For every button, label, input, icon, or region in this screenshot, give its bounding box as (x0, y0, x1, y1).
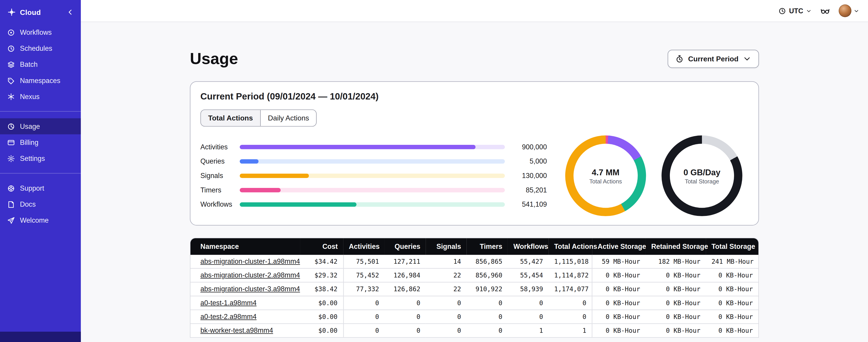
stopwatch-icon (675, 55, 684, 63)
cell-total-actions: 1,174,077 (549, 282, 592, 296)
cell-queries: 0 (384, 324, 426, 338)
bar-track (240, 159, 505, 164)
namespace-link[interactable]: abs-migration-cluster-3.a98mm4 (200, 285, 300, 293)
timezone-selector[interactable]: UTC (778, 7, 811, 15)
sidebar-item-namespaces[interactable]: Namespaces (0, 72, 81, 89)
bar-track (240, 188, 505, 193)
batch-icon (7, 61, 15, 68)
donut-ring: 0 GB/DayTotal Storage (661, 135, 742, 216)
sidebar-item-batch[interactable]: Batch (0, 57, 81, 72)
period-selector-button[interactable]: Current Period (668, 50, 759, 68)
cell-workflows: 58,939 (508, 282, 549, 296)
namespace-link[interactable]: abs-migration-cluster-2.a98mm4 (200, 271, 300, 279)
col-header-total-storage: Total Storage (706, 238, 758, 255)
chevron-down-icon (806, 8, 812, 14)
cell-active-storage: 59 MB-Hour (592, 255, 646, 269)
charts-row: Activities900,000Queries5,000Signals130,… (200, 135, 748, 216)
cell-active-storage: 0 KB-Hour (592, 282, 646, 296)
cell-signals: 22 (426, 282, 467, 296)
sidebar-item-billing[interactable]: Billing (0, 134, 81, 150)
page-title: Usage (190, 50, 238, 68)
sidebar-item-label: Schedules (20, 44, 52, 52)
namespace-usage-table: NamespaceCostActivitiesQueriesSignalsTim… (190, 238, 759, 338)
cell-queries: 0 (384, 310, 426, 323)
table-row: abs-migration-cluster-1.a98mm4$34.4275,5… (190, 255, 758, 269)
namespace-link[interactable]: bk-worker-test.a98mm4 (200, 327, 273, 334)
cell-retained-storage: 0 KB-Hour (646, 296, 706, 310)
app-window: Cloud WorkflowsSchedulesBatchNamespacesN… (0, 0, 868, 342)
cell-total-actions: 1,114,872 (549, 269, 592, 282)
clock-icon (778, 7, 786, 15)
sidebar-item-schedules[interactable]: Schedules (0, 40, 81, 57)
cell-activities: 77,332 (343, 282, 385, 296)
actions-tab-group: Total ActionsDaily Actions (200, 109, 317, 127)
cell-cost: $0.00 (300, 324, 343, 338)
namespace-link[interactable]: a0-test-1.a98mm4 (200, 299, 257, 307)
cell-signals: 22 (426, 269, 467, 282)
support-mode-button[interactable] (820, 6, 830, 15)
support-icon (7, 184, 15, 192)
cell-retained-storage: 0 KB-Hour (646, 324, 706, 338)
sidebar-item-usage[interactable]: Usage (0, 118, 81, 134)
bar-row-activities: Activities900,000 (200, 140, 547, 154)
docs-icon (7, 200, 15, 208)
cell-retained-storage: 0 KB-Hour (646, 310, 706, 323)
nexus-icon (7, 93, 15, 100)
bar-row-timers: Timers85,201 (200, 183, 547, 197)
bar-label: Queries (200, 158, 235, 165)
cell-signals: 0 (426, 324, 467, 338)
usage-bar-chart: Activities900,000Queries5,000Signals130,… (200, 140, 547, 212)
cell-total-storage: 241 MB-Hour (706, 255, 758, 269)
cell-namespace: abs-migration-cluster-1.a98mm4 (190, 255, 300, 269)
avatar (839, 4, 851, 17)
bar-value: 85,201 (510, 186, 547, 194)
cell-active-storage: 0 KB-Hour (592, 310, 646, 323)
cell-signals: 0 (426, 296, 467, 310)
main-content: Usage Current Period Current Period (09/… (81, 22, 868, 342)
usage-table: NamespaceCostActivitiesQueriesSignalsTim… (190, 238, 758, 338)
col-header-cost: Cost (300, 238, 343, 255)
sidebar-item-support[interactable]: Support (0, 180, 81, 196)
sidebar-item-label: Workflows (20, 28, 52, 36)
tab-daily-actions[interactable]: Daily Actions (260, 110, 316, 126)
cell-signals: 0 (426, 310, 467, 323)
chevron-left-icon (66, 8, 74, 16)
sidebar-item-welcome[interactable]: Welcome (0, 212, 81, 228)
cell-total-storage: 0 KB-Hour (706, 296, 758, 310)
bar-track (240, 145, 505, 149)
topbar: UTC (81, 0, 868, 22)
total-actions-donut: 4.7 MMTotal Actions (565, 135, 646, 216)
namespace-link[interactable]: abs-migration-cluster-1.a98mm4 (200, 258, 300, 265)
cell-cost: $34.42 (300, 255, 343, 269)
col-header-workflows: Workflows (508, 238, 549, 255)
usage-card: Current Period (09/01/2024 — 10/01/2024)… (190, 81, 759, 226)
sidebar-item-label: Billing (20, 138, 38, 146)
timezone-label: UTC (789, 7, 803, 15)
cell-activities: 75,452 (343, 269, 385, 282)
cell-total-storage: 0 KB-Hour (706, 269, 758, 282)
settings-icon (7, 155, 15, 162)
sidebar-collapse-button[interactable] (65, 7, 75, 17)
bar-fill (240, 173, 309, 178)
namespace-link[interactable]: a0-test-2.a98mm4 (200, 313, 257, 320)
sidebar-item-docs[interactable]: Docs (0, 196, 81, 212)
cell-timers: 856,960 (467, 269, 508, 282)
sidebar-item-label: Settings (20, 155, 45, 162)
cell-timers: 856,865 (467, 255, 508, 269)
bar-fill (240, 145, 476, 149)
account-menu[interactable] (839, 4, 859, 17)
namespaces-icon (7, 76, 15, 84)
bar-value: 541,109 (510, 201, 547, 208)
sidebar-item-label: Namespaces (20, 76, 60, 84)
cell-retained-storage: 0 KB-Hour (646, 269, 706, 282)
content-area: UTC Usage Current Period Curre (81, 0, 868, 342)
bar-label: Workflows (200, 201, 235, 208)
cell-cost: $0.00 (300, 310, 343, 323)
col-header-timers: Timers (467, 238, 508, 255)
sidebar-item-settings[interactable]: Settings (0, 150, 81, 166)
sidebar-item-nexus[interactable]: Nexus (0, 89, 81, 104)
sidebar-divider (0, 173, 81, 173)
tab-total-actions[interactable]: Total Actions (201, 110, 260, 126)
sidebar-item-workflows[interactable]: Workflows (0, 24, 81, 40)
donut-hole: 0 GB/DayTotal Storage (670, 144, 734, 208)
